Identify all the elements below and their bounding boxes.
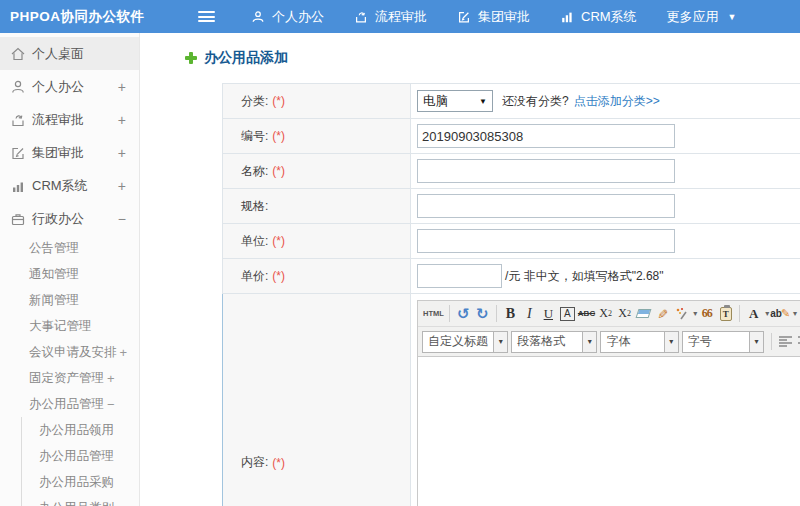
user-icon: [251, 10, 265, 24]
paste-letter: T: [720, 307, 732, 321]
sidebar-item-label: 个人桌面: [32, 45, 84, 63]
sidebar-item-label: 公告管理: [29, 240, 79, 257]
custom-heading-dropdown[interactable]: 自定义标题 ▾: [422, 331, 508, 353]
bar-chart-icon: [10, 178, 26, 194]
chevron-down-icon[interactable]: ▾: [765, 309, 769, 318]
sidebar-item-label: 集团审批: [32, 144, 84, 162]
align-left-icon[interactable]: [778, 335, 793, 348]
nav-item-workflow-approval[interactable]: 流程审批: [354, 8, 427, 26]
remove-format-button[interactable]: A: [560, 307, 575, 321]
sidebar-item-workflow-approval[interactable]: 流程审批 +: [0, 103, 139, 136]
nav-menu: 个人办公 流程审批 集团审批 CRM系统 更多应用 ▼: [251, 8, 767, 26]
paragraph-format-dropdown[interactable]: 段落格式 ▾: [511, 331, 597, 353]
pen-icon: ✎: [781, 307, 790, 320]
briefcase-icon: [10, 211, 26, 227]
sidebar-item-meeting-mgmt[interactable]: 会议申请及安排 +: [0, 339, 139, 365]
expand-plus-icon[interactable]: +: [120, 345, 128, 360]
dropdown-label: 字体: [601, 333, 663, 350]
user-icon: [10, 79, 26, 95]
sup-exp: 2: [608, 309, 612, 318]
field-label: 单价: (*): [223, 259, 411, 293]
subscript-button[interactable]: X2: [616, 304, 633, 324]
hamburger-menu-icon[interactable]: [198, 11, 215, 22]
superscript-button[interactable]: X2: [597, 304, 614, 324]
format-brush-icon[interactable]: ✎: [653, 305, 673, 322]
edit-icon: [10, 145, 26, 161]
sidebar-item-supplies-requisition[interactable]: 办公用品领用: [22, 417, 139, 443]
nav-item-crm[interactable]: CRM系统: [560, 8, 637, 26]
underline-button[interactable]: U: [540, 304, 557, 324]
sidebar-item-announcement-mgmt[interactable]: 公告管理: [0, 235, 139, 261]
page-title: 办公用品添加: [185, 49, 288, 67]
name-input[interactable]: [417, 159, 675, 183]
eraser-icon[interactable]: [635, 304, 652, 324]
highlight-color-button[interactable]: ab✎: [770, 304, 790, 324]
sidebar-item-admin-office[interactable]: 行政办公 −: [0, 202, 139, 235]
sidebar-item-news-mgmt[interactable]: 新闻管理: [0, 287, 139, 313]
category-select[interactable]: 电脑 ▼: [417, 90, 493, 112]
sidebar-item-group-approval[interactable]: 集团审批 +: [0, 136, 139, 169]
sidebar-sublist-office-supplies: 办公用品领用 办公用品管理 办公用品采购 办公用品类别: [21, 417, 139, 506]
sidebar-item-supplies-management[interactable]: 办公用品管理: [22, 443, 139, 469]
sidebar-item-personal-office[interactable]: 个人办公 +: [0, 70, 139, 103]
blockquote-button[interactable]: 66: [698, 304, 715, 324]
add-plus-icon: [185, 52, 197, 64]
expand-plus-icon[interactable]: +: [118, 178, 126, 194]
sidebar-item-supplies-category[interactable]: 办公用品类别: [22, 495, 139, 506]
field-label-text: 规格:: [241, 198, 268, 215]
required-star: (*): [272, 234, 285, 248]
quick-format-icon[interactable]: [673, 304, 690, 324]
sidebar-item-supplies-purchase[interactable]: 办公用品采购: [22, 469, 139, 495]
sub-exp: 2: [627, 309, 631, 318]
rich-text-editor: HTML ↺ ↻ B I U A ABC X2 X2 ✎ ▾ 66: [417, 300, 800, 506]
font-color-button[interactable]: A: [745, 304, 762, 324]
top-navbar: PHPOA协同办公软件 个人办公 流程审批 集团审批 CRM系统 更多应用 ▼: [0, 0, 800, 33]
undo-icon[interactable]: ↺: [455, 304, 472, 324]
chevron-down-icon[interactable]: ▾: [693, 309, 697, 318]
sidebar-item-events-mgmt[interactable]: 大事记管理: [0, 313, 139, 339]
sidebar-item-office-supplies-mgmt[interactable]: 办公用品管理 −: [0, 391, 139, 417]
nav-item-group-approval[interactable]: 集团审批: [457, 8, 530, 26]
unit-input[interactable]: [417, 229, 675, 253]
strikethrough-button[interactable]: ABC: [578, 304, 595, 324]
sidebar-item-label: 个人办公: [32, 78, 84, 96]
bold-button[interactable]: B: [502, 304, 519, 324]
expand-plus-icon[interactable]: +: [118, 112, 126, 128]
required-star: (*): [272, 94, 285, 108]
code-input[interactable]: [417, 124, 675, 148]
sidebar-item-label: 固定资产管理: [29, 370, 104, 387]
italic-button[interactable]: I: [521, 304, 538, 324]
field-label: 分类: (*): [223, 84, 411, 118]
expand-plus-icon[interactable]: +: [107, 371, 115, 386]
add-category-link[interactable]: 点击添加分类>>: [574, 93, 660, 110]
form-row-spec: 规格:: [222, 189, 800, 224]
redo-icon[interactable]: ↻: [474, 304, 491, 324]
collapse-minus-icon[interactable]: −: [118, 211, 126, 227]
toolbar-separator: [496, 305, 497, 322]
field-value-cell: /元 非中文，如填写格式"2.68": [411, 259, 800, 293]
field-value-cell: [411, 189, 800, 223]
expand-plus-icon[interactable]: +: [118, 145, 126, 161]
collapse-minus-icon[interactable]: −: [107, 397, 115, 412]
required-star: (*): [272, 269, 285, 283]
sidebar-item-label: 办公用品类别: [39, 500, 114, 506]
font-family-dropdown[interactable]: 字体 ▾: [600, 331, 678, 353]
price-input[interactable]: [417, 264, 502, 288]
html-source-button[interactable]: HTML: [423, 304, 444, 324]
font-size-dropdown[interactable]: 字号 ▾: [682, 331, 764, 353]
spec-input[interactable]: [417, 194, 675, 218]
sidebar-item-notice-mgmt[interactable]: 通知管理: [0, 261, 139, 287]
sidebar-item-fixed-assets-mgmt[interactable]: 固定资产管理 +: [0, 365, 139, 391]
nav-item-more-apps[interactable]: 更多应用 ▼: [667, 8, 737, 26]
field-label-text: 分类:: [241, 93, 268, 110]
editor-toolbar-row1: HTML ↺ ↻ B I U A ABC X2 X2 ✎ ▾ 66: [418, 301, 800, 327]
sidebar-item-crm[interactable]: CRM系统 +: [0, 169, 139, 202]
editor-content-area[interactable]: [418, 357, 800, 506]
sidebar-item-personal-desktop[interactable]: 个人桌面: [0, 37, 139, 70]
chevron-down-icon[interactable]: ▾: [793, 309, 797, 318]
paste-icon[interactable]: T: [717, 304, 734, 324]
form-row-content: 内容: (*) HTML ↺ ↻ B I U A ABC X2 X2: [222, 294, 800, 506]
expand-plus-icon[interactable]: +: [118, 79, 126, 95]
app-logo: PHPOA协同办公软件: [0, 8, 170, 26]
nav-item-personal-office[interactable]: 个人办公: [251, 8, 324, 26]
